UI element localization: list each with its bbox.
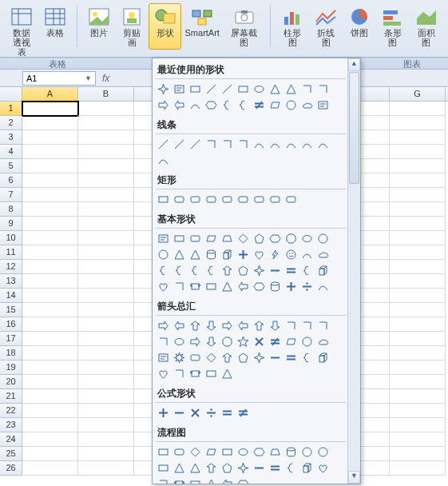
cell[interactable] — [78, 188, 134, 202]
shape-icon[interactable] — [172, 405, 187, 420]
row-header[interactable]: 11 — [0, 245, 22, 260]
shape-icon[interactable] — [268, 192, 283, 207]
cell[interactable] — [78, 102, 134, 116]
shape-icon[interactable] — [299, 334, 315, 349]
shape-icon[interactable] — [252, 263, 267, 278]
cell[interactable] — [22, 317, 78, 332]
cell[interactable] — [390, 145, 446, 159]
shape-icon[interactable] — [156, 366, 171, 381]
cell[interactable] — [22, 389, 78, 404]
shape-icon[interactable] — [315, 82, 331, 97]
cell[interactable] — [78, 317, 134, 332]
cell[interactable] — [78, 346, 134, 361]
cell[interactable] — [390, 260, 446, 274]
shape-icon[interactable] — [156, 318, 171, 333]
shape-icon[interactable] — [268, 460, 283, 476]
smartart-button[interactable]: SmartArt — [181, 3, 223, 50]
pivot-table-button[interactable]: 数据 透视表 — [5, 3, 39, 59]
shape-icon[interactable] — [268, 350, 283, 365]
shape-icon[interactable] — [299, 444, 315, 460]
row-header[interactable]: 10 — [0, 231, 22, 245]
cell[interactable] — [22, 188, 78, 202]
cell[interactable] — [390, 274, 446, 289]
shape-icon[interactable] — [252, 137, 267, 152]
shape-icon[interactable] — [156, 334, 171, 349]
row-header[interactable]: 2 — [0, 116, 22, 130]
shape-icon[interactable] — [283, 318, 299, 333]
table-button[interactable]: 表格 — [39, 3, 73, 59]
shape-icon[interactable] — [188, 263, 203, 278]
cell[interactable] — [22, 461, 78, 476]
shape-icon[interactable] — [268, 231, 283, 246]
shape-icon[interactable] — [156, 137, 171, 152]
row-header[interactable]: 8 — [0, 202, 22, 217]
cell[interactable] — [22, 116, 78, 130]
shape-icon[interactable] — [236, 334, 251, 349]
cell[interactable] — [78, 418, 134, 432]
row-header[interactable]: 22 — [0, 404, 22, 418]
shape-icon[interactable] — [252, 247, 267, 262]
shape-icon[interactable] — [188, 444, 203, 460]
shape-icon[interactable] — [156, 82, 171, 97]
shape-icon[interactable] — [204, 279, 219, 294]
cell[interactable] — [390, 202, 446, 217]
shape-icon[interactable] — [252, 82, 267, 97]
shape-icon[interactable] — [299, 460, 315, 476]
shape-icon[interactable] — [204, 460, 219, 476]
shape-icon[interactable] — [315, 98, 331, 113]
shape-icon[interactable] — [315, 263, 331, 278]
shape-icon[interactable] — [315, 460, 331, 476]
shape-icon[interactable] — [283, 460, 299, 476]
shape-icon[interactable] — [299, 263, 315, 278]
shape-icon[interactable] — [204, 192, 219, 207]
screenshot-button[interactable]: 屏幕截图 — [223, 3, 265, 50]
cell[interactable] — [390, 389, 446, 404]
column-chart-button[interactable]: 柱形图 — [276, 3, 309, 50]
cell[interactable] — [78, 432, 134, 447]
shape-icon[interactable] — [252, 334, 267, 349]
shape-icon[interactable] — [220, 192, 235, 207]
shape-icon[interactable] — [172, 460, 187, 476]
cell[interactable] — [390, 231, 446, 245]
shape-icon[interactable] — [283, 231, 299, 246]
shape-icon[interactable] — [188, 460, 203, 476]
shape-icon[interactable] — [236, 476, 251, 484]
cell[interactable] — [390, 130, 446, 145]
shape-icon[interactable] — [268, 98, 283, 113]
shape-icon[interactable] — [283, 444, 299, 460]
shape-icon[interactable] — [299, 247, 315, 262]
cell[interactable] — [390, 375, 446, 389]
shape-icon[interactable] — [283, 350, 299, 365]
row-header[interactable]: 12 — [0, 260, 22, 274]
col-header-b[interactable]: B — [78, 87, 134, 101]
row-header[interactable]: 14 — [0, 289, 22, 303]
shape-icon[interactable] — [204, 366, 219, 381]
shape-icon[interactable] — [236, 318, 251, 333]
shape-icon[interactable] — [252, 318, 267, 333]
shape-icon[interactable] — [156, 192, 171, 207]
cell[interactable] — [78, 274, 134, 289]
cell[interactable] — [22, 202, 78, 217]
cell[interactable] — [390, 332, 446, 346]
cell[interactable] — [78, 130, 134, 145]
shape-icon[interactable] — [204, 444, 219, 460]
shape-icon[interactable] — [283, 247, 299, 262]
shape-icon[interactable] — [172, 231, 187, 246]
shape-icon[interactable] — [283, 192, 299, 207]
cell[interactable] — [22, 303, 78, 317]
cell[interactable] — [22, 145, 78, 159]
cell[interactable] — [390, 303, 446, 317]
row-header[interactable]: 25 — [0, 447, 22, 461]
shape-icon[interactable] — [299, 231, 315, 246]
cell[interactable] — [22, 332, 78, 346]
cell[interactable] — [22, 447, 78, 461]
shape-icon[interactable] — [252, 98, 267, 113]
shape-icon[interactable] — [204, 318, 219, 333]
shape-icon[interactable] — [252, 231, 267, 246]
shape-icon[interactable] — [299, 279, 315, 294]
shape-icon[interactable] — [172, 137, 187, 152]
shape-icon[interactable] — [299, 82, 315, 97]
cell[interactable] — [390, 346, 446, 361]
shape-icon[interactable] — [188, 476, 203, 484]
shape-icon[interactable] — [315, 279, 331, 294]
